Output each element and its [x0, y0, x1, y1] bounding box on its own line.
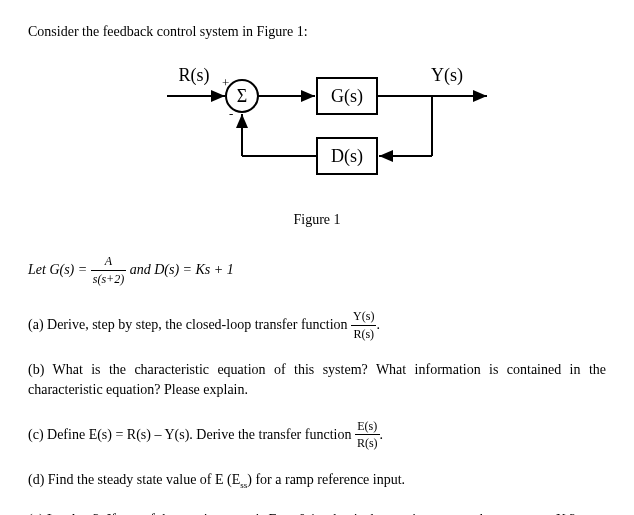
- output-label: Y(s): [431, 65, 463, 86]
- question-d: (d) Find the steady state value of E (Es…: [28, 470, 606, 491]
- question-e: (e) Let A = 2. If one of the requirement…: [28, 510, 606, 515]
- question-b: (b) What is the characteristic equation …: [28, 360, 606, 399]
- question-a: (a) Derive, step by step, the closed-loo…: [28, 308, 606, 343]
- g-block-label: G(s): [331, 86, 363, 107]
- d-block-label: D(s): [331, 146, 363, 167]
- input-label: R(s): [179, 65, 210, 86]
- system-definition: Let G(s) = As(s+2) and D(s) = Ks + 1: [28, 253, 606, 288]
- figure-caption: Figure 1: [28, 210, 606, 230]
- block-diagram: R(s) + Σ - G(s) Y(s) D(s): [28, 56, 606, 196]
- question-c: (c) Define E(s) = R(s) – Y(s). Derive th…: [28, 418, 606, 453]
- svg-text:-: -: [229, 106, 233, 121]
- intro-text: Consider the feedback control system in …: [28, 22, 606, 42]
- sum-label: Σ: [237, 86, 247, 106]
